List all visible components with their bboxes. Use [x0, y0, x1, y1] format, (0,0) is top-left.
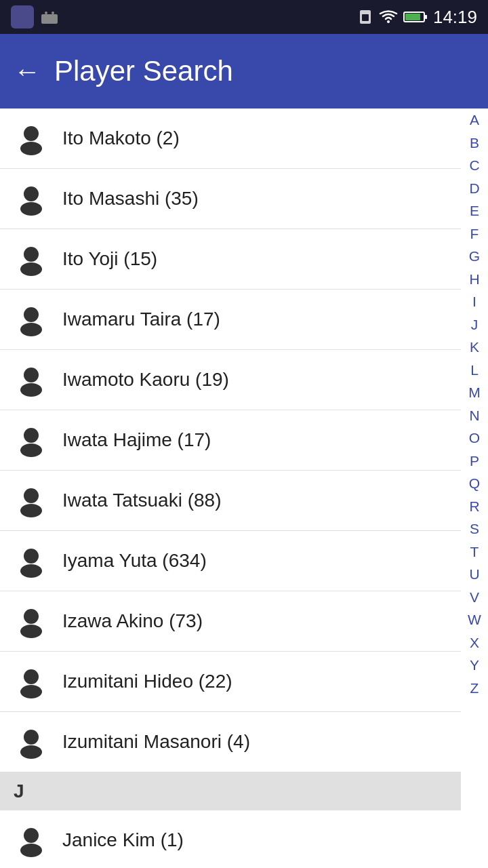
alpha-letter-s[interactable]: S [466, 517, 483, 540]
list-item[interactable]: Iwamoto Kaoru (19) [0, 350, 461, 410]
back-button[interactable]: ← [14, 58, 41, 85]
status-bar: 14:19 [0, 0, 488, 34]
alpha-letter-f[interactable]: F [466, 222, 483, 245]
svg-point-30 [20, 745, 42, 759]
status-bar-right: 14:19 [357, 7, 477, 28]
list-item[interactable]: Izawa Akino (73) [0, 591, 461, 652]
player-name: Ito Yoji (15) [62, 248, 157, 270]
status-bar-left [11, 5, 60, 28]
wifi-icon [379, 9, 398, 24]
list-item[interactable]: Iwata Tatsuaki (88) [0, 471, 461, 531]
svg-point-12 [20, 202, 42, 216]
svg-point-17 [24, 368, 39, 382]
svg-point-13 [24, 247, 39, 262]
svg-point-25 [24, 609, 39, 624]
alpha-letter-l[interactable]: L [466, 359, 483, 382]
svg-point-23 [24, 549, 39, 564]
avatar [14, 241, 49, 277]
svg-point-10 [20, 142, 42, 155]
svg-point-32 [20, 844, 42, 857]
svg-point-14 [20, 262, 42, 276]
svg-point-1 [45, 12, 47, 14]
list-item[interactable]: Ito Yoji (15) [0, 229, 461, 290]
player-name: Iwata Hajime (17) [62, 429, 211, 451]
avatar [14, 422, 49, 458]
app-bar-title: Player Search [54, 55, 233, 87]
player-name: Iwamaru Taira (17) [62, 309, 220, 330]
alpha-letter-w[interactable]: W [464, 608, 485, 631]
list-item[interactable]: Ito Makoto (2) [0, 108, 461, 169]
alpha-letter-a[interactable]: A [466, 108, 483, 132]
alpha-letter-t[interactable]: T [466, 540, 483, 564]
player-name: Iwamoto Kaoru (19) [62, 369, 229, 391]
alpha-letter-d[interactable]: D [465, 177, 483, 200]
alpha-letter-g[interactable]: G [465, 245, 484, 268]
avatar [14, 181, 49, 216]
player-name: Izawa Akino (73) [62, 610, 203, 632]
list-item[interactable]: Iwamaru Taira (17) [0, 290, 461, 350]
avatar [14, 483, 49, 518]
alpha-letter-p[interactable]: P [466, 450, 483, 473]
alpha-letter-r[interactable]: R [465, 495, 483, 518]
svg-point-21 [24, 488, 39, 503]
alpha-letter-q[interactable]: Q [465, 472, 484, 495]
player-name: Izumitani Hideo (22) [62, 671, 232, 692]
avatar [14, 604, 49, 639]
avatar [14, 823, 49, 858]
list-item[interactable]: Iyama Yuta (634) [0, 531, 461, 591]
alpha-letter-i[interactable]: I [468, 290, 481, 313]
svg-rect-0 [41, 14, 58, 24]
alpha-letter-o[interactable]: O [465, 427, 484, 450]
svg-point-11 [24, 186, 39, 201]
svg-point-20 [20, 443, 42, 457]
list-item[interactable]: Janice Kim (1) [0, 810, 461, 868]
alpha-letter-x[interactable]: X [466, 631, 483, 654]
player-name: Janice Kim (1) [62, 829, 184, 851]
svg-point-15 [24, 307, 39, 322]
android-icon [39, 9, 60, 25]
alpha-letter-h[interactable]: H [465, 268, 483, 291]
svg-point-16 [20, 323, 42, 336]
app-bar: ← Player Search [0, 34, 488, 108]
list-item[interactable]: Iwata Hajime (17) [0, 410, 461, 471]
content: Ito Makoto (2) Ito Masashi (35) Ito Yoji… [0, 108, 488, 868]
alpha-letter-j[interactable]: J [467, 313, 483, 336]
svg-point-9 [24, 126, 39, 141]
status-time: 14:19 [433, 7, 477, 28]
alpha-letter-y[interactable]: Y [466, 654, 483, 677]
player-name: Iyama Yuta (634) [62, 550, 207, 572]
alpha-letter-k[interactable]: K [466, 336, 483, 359]
alpha-letter-u[interactable]: U [465, 563, 483, 586]
svg-point-26 [20, 625, 42, 638]
svg-point-28 [20, 685, 42, 698]
list-item[interactable]: Izumitani Masanori (4) [0, 712, 461, 772]
svg-point-2 [52, 12, 54, 14]
svg-point-19 [24, 428, 39, 443]
player-name: Ito Makoto (2) [62, 127, 180, 149]
app-icon [11, 5, 34, 28]
alpha-letter-m[interactable]: M [464, 381, 485, 404]
avatar [14, 724, 49, 760]
svg-point-18 [20, 383, 42, 397]
avatar [14, 543, 49, 578]
list-item[interactable]: Izumitani Hideo (22) [0, 652, 461, 712]
svg-point-31 [24, 828, 39, 843]
alpha-index: ABCDEFGHIJKLMNOPQRSTUVWXYZ [461, 108, 488, 699]
svg-point-24 [20, 564, 42, 578]
svg-rect-8 [405, 14, 420, 20]
alpha-letter-e[interactable]: E [466, 199, 483, 222]
alpha-letter-n[interactable]: N [465, 404, 483, 427]
alpha-letter-z[interactable]: Z [466, 677, 483, 700]
list-item[interactable]: Ito Masashi (35) [0, 169, 461, 229]
alpha-letter-v[interactable]: V [466, 586, 483, 609]
svg-point-27 [24, 669, 39, 684]
avatar [14, 121, 49, 156]
player-name: Iwata Tatsuaki (88) [62, 490, 222, 511]
svg-rect-4 [362, 14, 369, 21]
player-name: Izumitani Masanori (4) [62, 731, 250, 753]
player-name: Ito Masashi (35) [62, 188, 199, 210]
svg-point-22 [20, 504, 42, 517]
alpha-letter-c[interactable]: C [465, 154, 483, 177]
avatar [14, 664, 49, 699]
alpha-letter-b[interactable]: B [466, 132, 483, 155]
